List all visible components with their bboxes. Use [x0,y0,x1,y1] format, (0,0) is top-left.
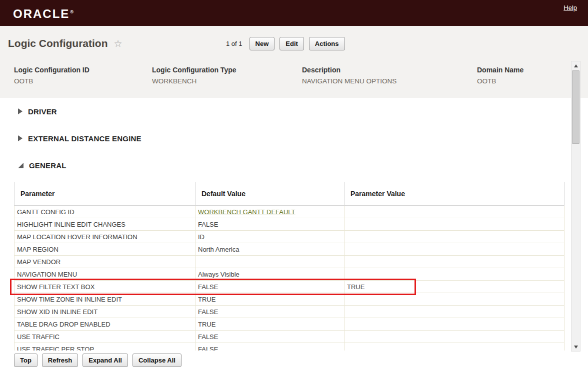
content-panel: DRIVEREXTERNAL DISTANCE ENGINEGENERAL Pa… [0,98,588,356]
section-label: EXTERNAL DISTANCE ENGINE [28,134,142,143]
parameter-value-cell [344,331,564,343]
table-row[interactable]: NAVIGATION MENUAlways Visible [14,268,564,281]
column-header-default-value: Default Value [196,182,344,206]
scroll-down-button[interactable] [572,343,580,351]
table-row[interactable]: TABLE DRAG DROP ENABLEDTRUE [14,318,564,331]
default-value-cell: FALSE [196,218,344,231]
table-row[interactable]: SHOW FILTER TEXT BOXFALSETRUE [14,281,564,293]
default-value-cell [196,256,344,268]
parameter-value-cell [344,268,564,281]
parameter-cell: MAP VENDOR [14,256,196,268]
field-value: NAVIGATION MENU OPTIONS [302,77,477,85]
scroll-down-arrow-icon [574,346,578,349]
edit-button[interactable]: Edit [280,37,304,50]
toolbar-buttons: NewEditActions [250,37,345,50]
field-domain-name: Domain NameOOTB [477,66,524,85]
field-description: DescriptionNAVIGATION MENU OPTIONS [302,66,477,85]
section-label: DRIVER [28,107,57,116]
parameter-cell: SHOW XID IN INLINE EDIT [14,306,196,318]
default-value-cell: Always Visible [196,268,344,281]
default-value-cell: FALSE [196,331,344,343]
field-value: OOTB [477,77,524,85]
table-row[interactable]: GANTT CONFIG IDWORKBENCH GANTT DEFAULT [14,206,564,218]
default-value-cell: FALSE [196,281,344,293]
record-count: 1 of 1 [226,40,242,47]
new-button[interactable]: New [250,37,275,50]
parameter-value-cell [344,231,564,243]
expand-triangle-icon[interactable] [18,135,22,141]
collapse-triangle-icon[interactable] [18,163,24,168]
parameter-cell: TABLE DRAG DROP ENABLED [14,318,196,331]
parameter-cell: SHOW TIME ZONE IN INLINE EDIT [14,293,196,306]
column-header-parameter: Parameter [14,182,196,206]
parameter-cell: SHOW FILTER TEXT BOX [14,281,196,293]
parameters-table: ParameterDefault ValueParameter Value GA… [14,182,564,356]
table-row[interactable]: USE TRAFFICFALSE [14,331,564,343]
parameter-value-cell [344,218,564,231]
section-driver[interactable]: DRIVER [14,98,564,125]
parameter-cell: HIGHLIGHT INLINE EDIT CHANGES [14,218,196,231]
table-row[interactable]: HIGHLIGHT INLINE EDIT CHANGESFALSE [14,218,564,231]
table-header-row: ParameterDefault ValueParameter Value [14,182,564,206]
field-logic-configuration-id: Logic Configuration IDOOTB [14,66,152,85]
parameter-value-cell [344,318,564,331]
default-value-cell: North America [196,243,344,256]
field-label: Description [302,66,477,74]
scroll-up-arrow-icon [574,64,578,67]
record-header: Logic Configuration IDOOTBLogic Configur… [0,61,588,98]
help-link[interactable]: Help [564,4,577,11]
oracle-logo: ORACLE® [13,7,74,21]
collapse-all-button[interactable]: Collapse All [132,354,182,367]
section-general[interactable]: GENERAL [14,152,564,179]
default-value-link[interactable]: WORKBENCH GANTT DEFAULT [198,208,296,216]
table-row[interactable]: MAP REGIONNorth America [14,243,564,256]
toolbar: Logic Configuration ☆ 1 of 1 NewEditActi… [0,26,588,61]
oracle-logo-text: ORACLE [13,7,70,20]
field-label: Logic Configuration Type [152,66,302,74]
parameter-cell: MAP REGION [14,243,196,256]
vertical-scrollbar[interactable] [571,61,580,352]
parameter-value-cell [344,293,564,306]
parameter-cell: USE TRAFFIC [14,331,196,343]
top-button[interactable]: Top [14,354,38,367]
topbar: ORACLE® Help [0,0,588,26]
registered-mark: ® [70,9,74,14]
default-value-cell: FALSE [196,306,344,318]
actions-button[interactable]: Actions [309,37,345,50]
field-value: OOTB [14,77,152,85]
favorite-star-icon[interactable]: ☆ [114,39,122,48]
parameter-value-cell [344,206,564,218]
default-value-cell: WORKBENCH GANTT DEFAULT [196,206,344,218]
column-header-parameter-value: Parameter Value [344,182,564,206]
table-row[interactable]: MAP LOCATION HOVER INFORMATIONID [14,231,564,243]
default-value-cell: TRUE [196,318,344,331]
sections: DRIVEREXTERNAL DISTANCE ENGINEGENERAL [14,98,564,179]
page-title: Logic Configuration [8,37,108,49]
parameter-value-cell [344,256,564,268]
table-row[interactable]: MAP VENDOR [14,256,564,268]
parameter-cell: NAVIGATION MENU [14,268,196,281]
section-external-distance-engine[interactable]: EXTERNAL DISTANCE ENGINE [14,125,564,152]
scroll-up-button[interactable] [572,61,580,70]
scrollbar-thumb[interactable] [572,70,580,144]
expand-all-button[interactable]: Expand All [82,354,128,367]
footer-buttons: TopRefreshExpand AllCollapse All [14,354,182,367]
table-row[interactable]: SHOW TIME ZONE IN INLINE EDITTRUE [14,293,564,306]
footer-bar: TopRefreshExpand AllCollapse All [0,351,588,370]
field-value: WORKBENCH [152,77,302,85]
default-value-cell: TRUE [196,293,344,306]
parameter-value-cell [344,243,564,256]
expand-triangle-icon[interactable] [18,108,22,114]
table-row[interactable]: SHOW XID IN INLINE EDITFALSE [14,306,564,318]
refresh-button[interactable]: Refresh [42,354,78,367]
default-value-cell: ID [196,231,344,243]
parameter-value-cell: TRUE [344,281,564,293]
section-label: GENERAL [29,161,66,170]
field-label: Domain Name [477,66,524,74]
parameter-cell: GANTT CONFIG ID [14,206,196,218]
parameter-cell: MAP LOCATION HOVER INFORMATION [14,231,196,243]
parameter-value-cell [344,306,564,318]
field-label: Logic Configuration ID [14,66,152,74]
field-logic-configuration-type: Logic Configuration TypeWORKBENCH [152,66,302,85]
